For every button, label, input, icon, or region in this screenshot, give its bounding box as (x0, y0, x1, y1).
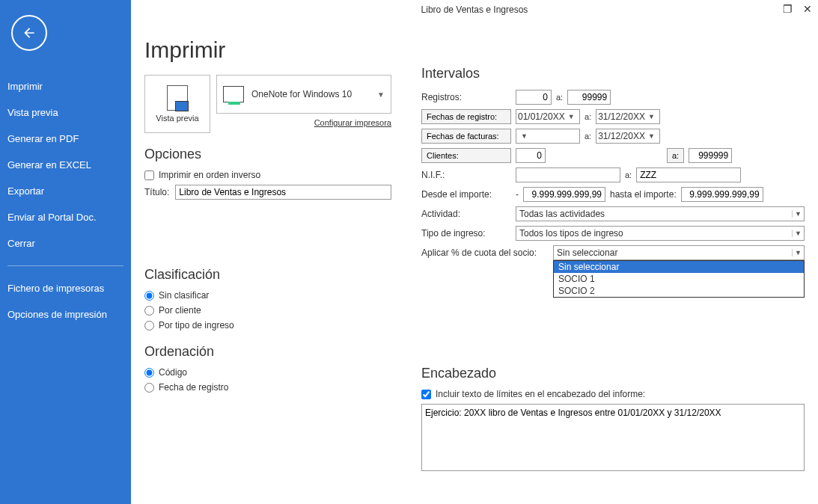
registros-from-input[interactable] (516, 90, 552, 105)
fecha-reg-from-combo[interactable]: 01/01/20XX▼ (516, 109, 580, 124)
printer-icon (223, 86, 244, 102)
order-radio-fecha[interactable] (144, 383, 154, 393)
main-panel: Libro de Ventas e Ingresos ❐ ✕ Imprimir … (131, 0, 818, 504)
sidebar-item-opciones-impresion[interactable]: Opciones de impresión (0, 301, 131, 328)
include-limits-checkbox[interactable] (421, 390, 431, 399)
preview-button[interactable]: Vista previa (144, 75, 210, 133)
order-label-fecha: Fecha de registro (159, 382, 228, 393)
tipo-dropdown[interactable]: Todos los tipos de ingreso ▼ (516, 226, 805, 241)
cuota-option-2[interactable]: SOCIO 2 (554, 285, 804, 297)
chevron-down-icon: ▼ (792, 249, 804, 256)
a-label: a: (556, 93, 563, 102)
cuota-dropdown[interactable]: Sin seleccionar ▼ (553, 245, 805, 260)
nif-from-input[interactable] (516, 168, 620, 182)
sidebar-item-excel[interactable]: Generar en EXCEL (0, 152, 131, 178)
sidebar-item-portal[interactable]: Enviar al Portal Doc. (0, 204, 131, 230)
printer-name: OneNote for Windows 10 (251, 89, 352, 99)
clientes-from-input[interactable] (516, 148, 546, 163)
clientes-to-input[interactable] (689, 148, 732, 163)
nif-label: N.I.F.: (421, 170, 511, 180)
configure-printer-link[interactable]: Configurar impresora (216, 118, 391, 127)
sidebar-item-cerrar[interactable]: Cerrar (0, 230, 131, 256)
class-label-tipo: Por tipo de ingreso (159, 320, 234, 331)
header-heading: Encabezado (421, 366, 805, 381)
fecha-reg-from-value: 01/01/20XX (518, 111, 565, 122)
class-radio-cliente[interactable] (144, 306, 154, 316)
sidebar-item-exportar[interactable]: Exportar (0, 178, 131, 204)
preview-label: Vista previa (156, 114, 198, 123)
chevron-down-icon: ▼ (792, 210, 804, 218)
sidebar-item-imprimir[interactable]: Imprimir (0, 73, 131, 99)
page-title: Imprimir (144, 37, 805, 63)
a-label: a: (584, 132, 591, 141)
window-title: Libro de Ventas e Ingresos (131, 4, 818, 15)
registros-label: Registros: (421, 92, 511, 102)
tipo-value: Todos los tipos de ingreso (516, 228, 792, 239)
order-heading: Ordenación (144, 344, 391, 360)
document-icon (167, 85, 188, 111)
sidebar-separator (7, 265, 123, 266)
fechas-registro-button[interactable]: Fechas de registro: (421, 109, 511, 124)
registros-to-input[interactable] (567, 90, 611, 105)
reverse-order-label: Imprimir en orden inverso (159, 170, 260, 180)
actividad-value: Todas las actividades (516, 209, 792, 219)
class-radio-sin[interactable] (144, 291, 154, 301)
fechas-facturas-button[interactable]: Fechas de facturas: (421, 129, 511, 144)
chevron-down-icon: ▼ (648, 113, 655, 120)
sidebar-item-vista-previa[interactable]: Vista previa (0, 99, 131, 126)
a-label: a: (584, 112, 591, 121)
fecha-reg-to-combo[interactable]: 31/12/20XX▼ (596, 109, 660, 124)
a-label: a: (625, 170, 632, 179)
tipo-label: Tipo de ingreso: (421, 228, 511, 239)
sidebar-item-pdf[interactable]: Generar en PDF (0, 126, 131, 152)
cuota-option-1[interactable]: SOCIO 1 (554, 273, 804, 285)
reverse-order-checkbox[interactable] (144, 170, 154, 180)
fecha-fac-to-combo[interactable]: 31/12/20XX▼ (596, 129, 660, 144)
fecha-fac-from-combo[interactable]: ▼ (516, 129, 580, 144)
chevron-down-icon: ▼ (521, 132, 528, 140)
class-label-sin: Sin clasificar (159, 290, 209, 301)
nif-to-input[interactable] (636, 168, 741, 182)
chevron-down-icon: ▼ (792, 230, 804, 237)
fecha-fac-to-value: 31/12/20XX (598, 131, 645, 141)
printer-dropdown[interactable]: OneNote for Windows 10 ▼ (216, 75, 391, 114)
chevron-down-icon: ▼ (648, 132, 655, 140)
fecha-reg-to-value: 31/12/20XX (598, 111, 645, 122)
class-radio-tipo[interactable] (144, 321, 154, 331)
intervals-heading: Intervalos (421, 66, 805, 82)
importe-from-label: Desde el importe: (421, 189, 511, 200)
cuota-label: Aplicar % de cuota del socio: (421, 248, 549, 258)
class-label-cliente: Por cliente (159, 305, 201, 316)
title-input[interactable] (175, 185, 391, 200)
options-heading: Opciones (144, 147, 391, 162)
clientes-button[interactable]: Clientes: (421, 148, 511, 163)
cuota-option-0[interactable]: Sin seleccionar (554, 261, 804, 273)
classification-heading: Clasificación (144, 267, 391, 283)
actividad-dropdown[interactable]: Todas las actividades ▼ (516, 206, 805, 221)
chevron-down-icon: ▼ (377, 90, 385, 99)
importe-sign: - (516, 189, 519, 200)
sidebar-item-fichero[interactable]: Fichero de impresoras (0, 275, 131, 301)
cuota-dropdown-list[interactable]: Sin seleccionar SOCIO 1 SOCIO 2 (553, 260, 805, 298)
window-close-icon[interactable]: ✕ (803, 3, 812, 15)
include-limits-label: Incluir texto de límites en el encabezad… (436, 389, 645, 399)
order-radio-codigo[interactable] (144, 368, 154, 378)
a-button[interactable]: a: (667, 148, 684, 163)
sidebar: Imprimir Vista previa Generar en PDF Gen… (0, 0, 131, 504)
back-button[interactable] (11, 15, 47, 51)
title-label: Título: (144, 187, 169, 197)
chevron-down-icon: ▼ (568, 113, 575, 120)
importe-to-input[interactable] (681, 187, 763, 202)
importe-from-input[interactable] (523, 187, 605, 202)
window-restore-icon[interactable]: ❐ (783, 3, 793, 15)
cuota-value: Sin seleccionar (554, 248, 792, 258)
order-label-codigo: Código (159, 367, 187, 378)
importe-to-label: hasta el importe: (610, 189, 677, 200)
actividad-label: Actividad: (421, 209, 511, 219)
header-textarea[interactable] (421, 404, 805, 471)
